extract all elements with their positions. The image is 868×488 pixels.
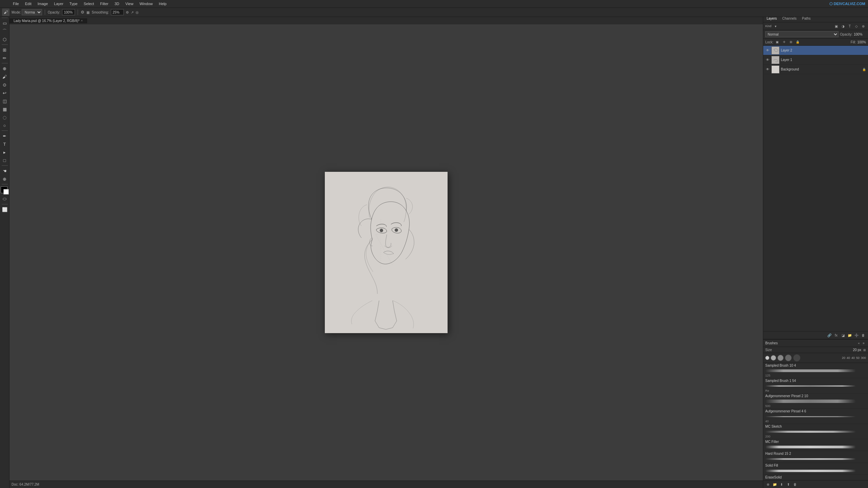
zoom-tool[interactable]: ⊕ <box>1 175 8 183</box>
brushes-collapse-icon[interactable]: « <box>856 341 861 346</box>
pen-tool[interactable]: ✒ <box>1 132 8 140</box>
brush-preset-circle-1[interactable] <box>765 356 769 360</box>
menu-type[interactable]: Type <box>67 1 80 6</box>
tab-close-icon[interactable]: × <box>81 19 83 22</box>
fill-value[interactable]: 100% <box>857 40 866 44</box>
brush-item-0[interactable]: Sampled Brush 10 4 125 <box>763 363 868 378</box>
extra-icon[interactable]: ↗ <box>131 11 134 14</box>
brush-item-6[interactable]: Hard Round 15 2 <box>763 451 868 463</box>
layer-row-1[interactable]: 👁 Layer 1 <box>763 55 868 65</box>
filter-kind-icon[interactable]: ▾ <box>773 23 778 29</box>
brush-item-8[interactable]: EraseSolid <box>763 475 868 480</box>
layers-blend-mode-row: Normal Multiply Screen Opacity: 100% <box>763 30 868 39</box>
filter-adjust-icon[interactable]: ◑ <box>840 23 846 29</box>
brush-settings-icon[interactable]: ⚙ <box>81 10 84 15</box>
magic-wand-tool[interactable]: ⬡ <box>1 36 8 43</box>
lock-artboard-icon[interactable]: ⊞ <box>788 39 794 45</box>
menu-window[interactable]: Window <box>137 1 155 6</box>
layer-row-2[interactable]: 👁 Layer 2 <box>763 46 868 55</box>
brush-preview-6 <box>765 456 866 462</box>
lasso-tool[interactable]: ⌒ <box>1 27 8 35</box>
drawing-canvas[interactable] <box>325 172 448 333</box>
menu-edit[interactable]: Edit <box>22 1 34 6</box>
shape-tool[interactable]: □ <box>1 157 8 164</box>
spot-heal-tool[interactable]: ⊕ <box>1 65 8 72</box>
brush-delete-icon[interactable]: 🗑 <box>792 482 798 487</box>
menu-3d[interactable]: 3D <box>112 1 122 6</box>
brush-export-icon[interactable]: ⬆ <box>786 482 791 487</box>
layer-name-bg[interactable]: Background <box>781 67 861 71</box>
delete-layer-btn[interactable]: 🗑 <box>861 332 866 338</box>
brush-item-4[interactable]: MC Sketch 200 <box>763 424 868 439</box>
blend-mode-select[interactable]: Normal Multiply Screen <box>765 31 839 37</box>
brush-item-2[interactable]: Aufgenommener Pinsel 2 10 500 <box>763 393 868 409</box>
new-layer-btn[interactable]: ➕ <box>854 332 859 338</box>
brush-tool[interactable]: 🖌 <box>1 73 8 80</box>
filter-smart-icon[interactable]: ⊛ <box>861 23 866 29</box>
layer-visibility-eye-2[interactable]: 👁 <box>765 48 770 53</box>
layer-visibility-eye-1[interactable]: 👁 <box>765 58 770 62</box>
brush-item-3[interactable]: Aufgenommener Pinsel 4 6 40 <box>763 409 868 424</box>
layer-visibility-eye-bg[interactable]: 👁 <box>765 67 770 72</box>
toolbar-sep-4 <box>2 130 8 131</box>
menu-image[interactable]: Image <box>35 1 51 6</box>
menu-select[interactable]: Select <box>81 1 97 6</box>
eraser-tool[interactable]: ◫ <box>1 97 8 105</box>
text-tool[interactable]: T <box>1 140 8 148</box>
gradient-tool[interactable]: ▦ <box>1 105 8 113</box>
filter-text-icon[interactable]: T <box>847 23 852 29</box>
screen-mode-btn[interactable]: ⬜ <box>1 206 8 213</box>
brush-import-icon[interactable]: ⬇ <box>779 482 784 487</box>
hand-tool[interactable]: ☚ <box>1 167 8 175</box>
menu-filter[interactable]: Filter <box>97 1 111 6</box>
eyedropper-tool[interactable]: ✏ <box>1 54 8 62</box>
brush-preset-circle-2[interactable] <box>771 355 776 361</box>
lock-pixels-icon[interactable]: ▣ <box>775 39 780 45</box>
lock-position-icon[interactable]: ✛ <box>782 39 787 45</box>
quick-mask-tool[interactable]: ⬭ <box>1 195 8 203</box>
size-adjust-icon[interactable]: ⊞ <box>863 348 866 352</box>
opacity-input[interactable] <box>62 9 75 15</box>
fg-bg-color-selector[interactable] <box>1 186 9 195</box>
brush-preset-circle-5[interactable] <box>793 354 801 362</box>
add-style-btn[interactable]: fx <box>833 332 839 338</box>
mode-select[interactable]: Normal <box>22 9 42 15</box>
brush-preset-circle-4[interactable] <box>785 354 792 361</box>
layer-name-2[interactable]: Layer 2 <box>781 48 866 52</box>
opacity-value[interactable]: 100% <box>854 33 866 36</box>
brush-item-7[interactable]: Solid Fill <box>763 463 868 475</box>
filter-shape-icon[interactable]: ◇ <box>854 23 859 29</box>
stamp-tool[interactable]: ⊙ <box>1 81 8 88</box>
menu-help[interactable]: Help <box>156 1 170 6</box>
marquee-tool[interactable]: ▭ <box>1 19 8 27</box>
brushes-menu-icon[interactable]: ≡ <box>861 341 866 346</box>
lock-all-icon[interactable]: 🔒 <box>795 39 801 45</box>
menu-file[interactable]: File <box>10 1 22 6</box>
size-value[interactable]: 20 px <box>853 348 861 352</box>
smoothing-input[interactable] <box>111 9 124 15</box>
layer-name-1[interactable]: Layer 1 <box>781 58 866 62</box>
path-select-tool[interactable]: ▸ <box>1 148 8 156</box>
flow-icon: ▦ <box>86 11 90 14</box>
filter-pixel-icon[interactable]: ▣ <box>833 23 839 29</box>
blur-tool[interactable]: ◌ <box>1 114 8 121</box>
new-group-btn[interactable]: 📁 <box>847 332 852 338</box>
history-brush-tool[interactable]: ↩ <box>1 89 8 97</box>
menu-view[interactable]: View <box>123 1 136 6</box>
brush-item-5[interactable]: MC Filler <box>763 439 868 451</box>
background-color[interactable] <box>3 189 9 195</box>
settings-icon[interactable]: ⚙ <box>126 11 129 14</box>
doc-tab[interactable]: Lady Maria.psd @ 16.7% (Layer 2, RGB/8)*… <box>9 18 87 23</box>
brush-folder-icon[interactable]: 📁 <box>772 482 777 487</box>
crop-tool[interactable]: ⊞ <box>1 46 8 54</box>
spray-icon[interactable]: ◎ <box>136 11 139 14</box>
menu-bar: File Edit Image Layer Type Select Filter… <box>0 0 868 7</box>
layer-row-bg[interactable]: 👁 Background 🔒 <box>763 65 868 74</box>
link-layers-btn[interactable]: 🔗 <box>827 332 832 338</box>
brush-create-new-icon[interactable]: ⊕ <box>765 482 771 487</box>
brush-item-1[interactable]: Sampled Brush 1 54 Re <box>763 378 868 393</box>
dodge-tool[interactable]: ○ <box>1 122 8 129</box>
menu-layer[interactable]: Layer <box>51 1 66 6</box>
add-mask-btn[interactable]: ◪ <box>840 332 846 338</box>
brush-preset-circle-3[interactable] <box>777 355 784 361</box>
